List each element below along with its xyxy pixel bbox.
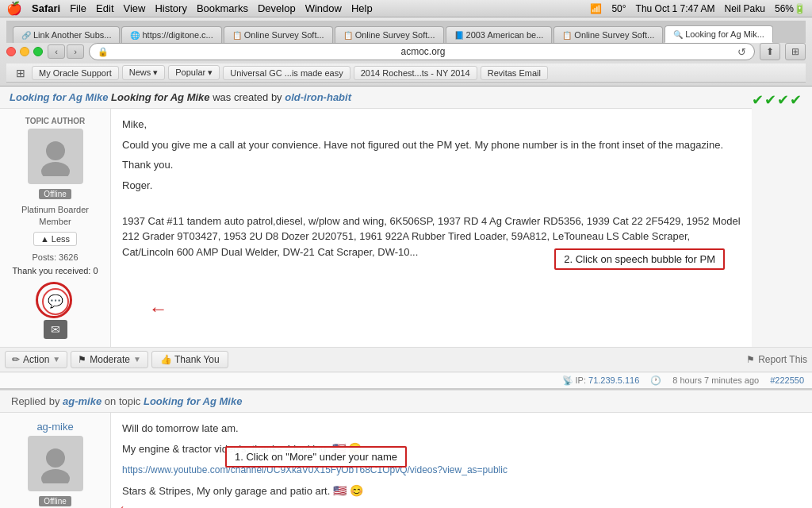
thankyou-icon: 👍 bbox=[160, 354, 172, 365]
browser-chrome: 🔗Link Another Subs... 🌐https://digitone.… bbox=[0, 17, 812, 87]
tab-3[interactable]: 📋Online Survey Soft... bbox=[335, 26, 444, 43]
ip-info: 📡 IP: 71.239.5.116 bbox=[562, 375, 640, 386]
post2-author-link[interactable]: ag-mike bbox=[63, 395, 102, 407]
user-name: Neil Paku bbox=[725, 3, 765, 14]
post2-text: Will do tomorrow late am. My engine & tr… bbox=[122, 421, 801, 508]
tab-favicon-0: 🔗 bbox=[21, 31, 31, 40]
tab-favicon-4: 📘 bbox=[454, 31, 464, 40]
ip-link[interactable]: 71.239.5.116 bbox=[588, 375, 639, 385]
annotation-step1: 1. Click on "More" under your name bbox=[225, 446, 407, 468]
tab-4[interactable]: 📘2003 American be... bbox=[446, 26, 553, 43]
post1-title-link[interactable]: Looking for Ag Mike bbox=[10, 91, 108, 103]
post1-user-sidebar: TOPIC AUTHOR Offline Platinum Boarder Me… bbox=[0, 109, 111, 347]
created-by-text: was created by bbox=[213, 91, 285, 103]
bookmarks-icon[interactable]: ⊞ bbox=[13, 67, 29, 79]
bookmark-popular[interactable]: Popular ▾ bbox=[168, 65, 220, 80]
ip-icon: 📡 bbox=[562, 375, 573, 385]
post2-header: Replied by ag-mike on topic Looking for … bbox=[0, 390, 812, 412]
traffic-lights bbox=[6, 47, 43, 56]
forum-content: Looking for Ag Mike Looking for Ag Mike … bbox=[0, 87, 812, 508]
post1-user-rank: Platinum Boarder Member bbox=[8, 204, 102, 229]
tab-0[interactable]: 🔗Link Another Subs... bbox=[13, 26, 120, 43]
datetime: Thu Oct 1 7:47 AM bbox=[636, 3, 715, 14]
menu-file[interactable]: File bbox=[70, 2, 86, 14]
post1-user-stats: Posts: 3626 Thank you received: 0 bbox=[12, 251, 98, 279]
svg-point-1 bbox=[41, 162, 70, 176]
menubar-right: 📶 50° Thu Oct 1 7:47 AM Neil Paku 56%🔋 bbox=[590, 3, 806, 14]
bookmark-oracle[interactable]: My Oracle Support bbox=[32, 66, 119, 80]
post1-status-badge: Offline bbox=[39, 189, 71, 199]
moderate-button[interactable]: ⚑ Moderate ▼ bbox=[71, 351, 148, 368]
bookmark-revitas[interactable]: Revitas Email bbox=[481, 66, 548, 80]
tabs-bar: 🔗Link Another Subs... 🌐https://digitone.… bbox=[6, 21, 806, 43]
report-button[interactable]: ⚑ Report This bbox=[746, 354, 807, 365]
bookmark-rochester[interactable]: 2014 Rochest...ts - NY 2014 bbox=[354, 66, 477, 80]
menu-view[interactable]: View bbox=[124, 2, 146, 14]
post-id-link[interactable]: #222550 bbox=[770, 375, 804, 385]
emoji-4: 😊 bbox=[350, 484, 363, 497]
tab-favicon-6: 🔍 bbox=[673, 30, 683, 39]
post1-text: Mike, Could you give me a call at your c… bbox=[122, 117, 741, 260]
tab-2[interactable]: 📋Online Survey Soft... bbox=[224, 26, 333, 43]
tab-favicon-5: 📋 bbox=[562, 31, 572, 40]
reload-button[interactable]: ↺ bbox=[737, 46, 746, 58]
tab-favicon-3: 📋 bbox=[343, 31, 353, 40]
menu-edit[interactable]: Edit bbox=[96, 2, 113, 14]
bookmark-universal[interactable]: Universal GC ...is made easy bbox=[223, 66, 350, 80]
menu-history[interactable]: History bbox=[155, 2, 186, 14]
bookmarks-bar: ⊞ My Oracle Support News ▾ Popular ▾ Uni… bbox=[6, 64, 806, 83]
minimize-button[interactable] bbox=[20, 47, 29, 56]
close-button[interactable] bbox=[6, 47, 16, 56]
clock-icon: 🕐 bbox=[650, 375, 661, 386]
tab-favicon-2: 📋 bbox=[232, 31, 242, 40]
new-tab-button[interactable]: ⊞ bbox=[785, 43, 806, 60]
post2-container: ag-mike Offline Platinum Boarder Member … bbox=[0, 412, 812, 508]
bookmark-news[interactable]: News ▾ bbox=[122, 65, 166, 80]
less-button[interactable]: ▲ Less bbox=[33, 232, 77, 246]
message-icon: ✉ bbox=[44, 320, 67, 339]
svg-point-3 bbox=[41, 469, 70, 483]
action-caret: ▼ bbox=[52, 355, 60, 364]
temperature: 50° bbox=[611, 3, 626, 14]
menu-develop[interactable]: Develop bbox=[258, 2, 296, 14]
thankyou-button[interactable]: 👍 Thank You bbox=[151, 351, 228, 368]
post2-status-badge: Offline bbox=[39, 496, 71, 506]
post2-separator: Replied by ag-mike on topic Looking for … bbox=[0, 388, 812, 508]
menu-window[interactable]: Window bbox=[305, 2, 342, 14]
menu-bookmarks[interactable]: Bookmarks bbox=[197, 2, 248, 14]
svg-point-2 bbox=[46, 448, 65, 468]
share-button[interactable]: ⬆ bbox=[760, 43, 780, 60]
tab-6-active[interactable]: 🔍Looking for Ag Mik... bbox=[665, 25, 773, 43]
post2-topic-link[interactable]: Looking for Ag Mike bbox=[144, 395, 242, 407]
app-name[interactable]: Safari bbox=[32, 2, 60, 14]
moderate-caret: ▼ bbox=[133, 355, 141, 364]
menu-help[interactable]: Help bbox=[351, 2, 373, 14]
wifi-icon: 📶 bbox=[590, 3, 602, 14]
speech-bubble-button[interactable]: 💬 bbox=[42, 288, 69, 315]
post1-container: TOPIC AUTHOR Offline Platinum Boarder Me… bbox=[0, 108, 752, 347]
post2-user-sidebar: ag-mike Offline Platinum Boarder Member … bbox=[0, 413, 111, 508]
post2-username-link[interactable]: ag-mike bbox=[36, 421, 73, 433]
tab-1[interactable]: 🌐https://digitone.c... bbox=[121, 26, 221, 43]
avatar-icon-2 bbox=[36, 444, 75, 483]
address-bar[interactable]: 🔒 acmoc.org ↺ bbox=[89, 43, 755, 60]
time-ago: 8 hours 7 minutes ago bbox=[672, 375, 759, 385]
emoji-3: 🇺🇸 bbox=[333, 484, 347, 497]
post1-body: Mike, Could you give me a call at your c… bbox=[111, 109, 752, 347]
author-link[interactable]: old-iron-habit bbox=[285, 91, 351, 103]
mac-menubar: 🍎 Safari File Edit View History Bookmark… bbox=[0, 0, 812, 17]
apple-menu[interactable]: 🍎 bbox=[6, 1, 22, 16]
tab-5[interactable]: 📋Online Survey Soft... bbox=[553, 26, 663, 43]
fullscreen-button[interactable] bbox=[33, 47, 43, 56]
avatar-icon bbox=[36, 137, 75, 176]
tab-favicon-1: 🌐 bbox=[130, 31, 140, 40]
flag-icon: ⚑ bbox=[746, 354, 755, 365]
post1-actions: ✏ Action ▼ ⚑ Moderate ▼ 👍 Thank You bbox=[5, 351, 228, 368]
action-button[interactable]: ✏ Action ▼ bbox=[5, 351, 67, 368]
forward-button[interactable]: › bbox=[67, 44, 84, 59]
checkmarks: ✔✔✔✔ bbox=[752, 91, 802, 109]
back-button[interactable]: ‹ bbox=[48, 44, 65, 59]
svg-point-0 bbox=[46, 141, 65, 160]
moderate-icon: ⚑ bbox=[78, 354, 86, 365]
post1-header: Looking for Ag Mike Looking for Ag Mike … bbox=[0, 87, 812, 108]
